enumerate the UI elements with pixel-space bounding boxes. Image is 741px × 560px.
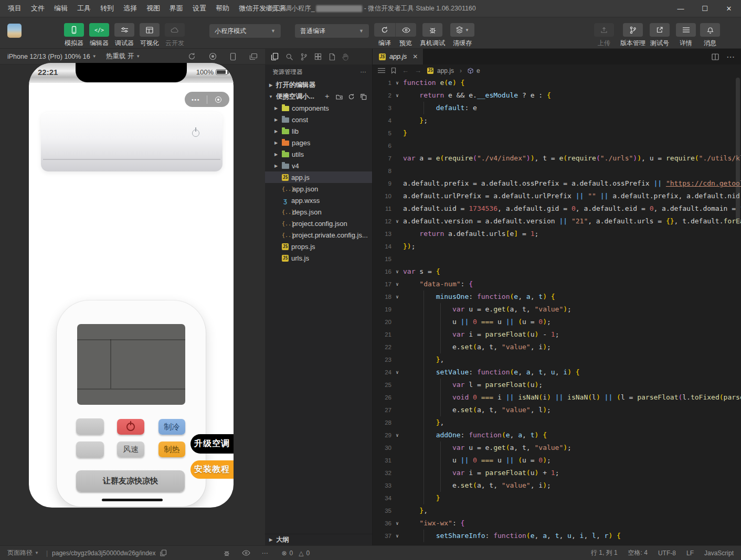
exit-target-icon[interactable] (207, 96, 229, 103)
code-line-21[interactable]: 21 var i = parseFloat(u) - 1; (373, 328, 741, 341)
fold-chevron-icon[interactable]: ∨ (391, 77, 403, 89)
tab-app-js[interactable]: JS app.js ✕ (373, 49, 424, 64)
code-line-22[interactable]: 22 e.set(a, t, "value", i); (373, 341, 741, 353)
remote-blank-button-1[interactable] (76, 418, 104, 435)
code-line-27[interactable]: 27 e.set(a, t, "value", l); (373, 404, 741, 416)
code-line-33[interactable]: 33 e.set(a, t, "value", i); (373, 479, 741, 492)
fold-chevron-icon[interactable]: ∨ (391, 89, 403, 102)
code-line-19[interactable]: 19 var u = e.get(a, t, "value"); (373, 303, 741, 316)
fold-chevron-icon[interactable]: ∨ (391, 215, 403, 228)
code-line-4[interactable]: 4 }; (373, 114, 741, 127)
folder-item-utils[interactable]: ▶utils (265, 148, 372, 160)
code-line-29[interactable]: 29∨ addOne: function(e, a, t) { (373, 429, 741, 441)
file-item-urls.js[interactable]: JSurls.js (265, 252, 372, 264)
code-line-5[interactable]: 5} (373, 127, 741, 139)
fold-chevron-icon[interactable]: ∨ (391, 429, 403, 441)
code-line-34[interactable]: 34 } (373, 492, 741, 504)
close-tab-icon[interactable]: ✕ (412, 53, 418, 60)
code-line-12[interactable]: 12∨a.default.version = a.default.version… (373, 215, 741, 228)
compile-button[interactable] (374, 23, 395, 37)
menu-item-3[interactable]: 工具 (72, 0, 96, 17)
record-icon[interactable] (209, 52, 217, 60)
more-dots-icon[interactable]: ••• (185, 96, 207, 103)
folder-item-const[interactable]: ▶const (265, 114, 372, 125)
indentation[interactable]: 空格: 4 (628, 548, 648, 557)
fold-chevron-icon[interactable]: ∨ (391, 278, 403, 290)
remote-cool-button[interactable]: 制冷 (158, 419, 185, 435)
page-path-label[interactable]: 页面路径 (7, 548, 33, 557)
code-line-31[interactable]: 31 u || 0 === u || (u = 0); (373, 454, 741, 467)
code-line-16[interactable]: 16∨var s = { (373, 265, 741, 278)
file-item-project.config.json[interactable]: {..}project.config.json (265, 218, 372, 229)
breadcrumb-symbol[interactable]: e (477, 67, 480, 74)
remote-fan-button[interactable]: 风速 (117, 441, 144, 457)
editor-toggle-button[interactable]: </> 编辑器 (87, 23, 111, 48)
hot-reload-toggle[interactable]: 热重载 开 (106, 52, 134, 61)
mode-select[interactable]: 小程序模式 ▼ (209, 24, 281, 38)
remote-heat-button[interactable]: 制热 (158, 441, 185, 457)
encoding[interactable]: UTF-8 (658, 550, 676, 557)
fold-chevron-icon[interactable]: ∨ (391, 530, 403, 542)
menu-item-2[interactable]: 编辑 (49, 0, 72, 17)
menu-item-4[interactable]: 转到 (96, 0, 119, 17)
remote-blank-button-2[interactable] (76, 441, 104, 458)
code-line-2[interactable]: 2∨ return e && e.__esModule ? e : { (373, 89, 741, 102)
page-path-value[interactable]: pages/cbygz9da3j50000dw26g/index (52, 550, 156, 557)
extensions-icon[interactable] (314, 53, 322, 61)
code-line-14[interactable]: 14}); (373, 240, 741, 253)
fold-chevron-icon[interactable]: ∨ (391, 290, 403, 303)
breadcrumb-file[interactable]: app.js (437, 67, 454, 74)
rotate-icon[interactable] (188, 52, 196, 60)
code-line-32[interactable]: 32 var i = parseFloat(u) + 1; (373, 467, 741, 479)
copy-path-icon[interactable] (160, 550, 166, 556)
debugger-toggle-button[interactable]: 调试器 (112, 23, 136, 48)
more-actions-icon[interactable]: ⋯ (361, 68, 367, 76)
outline-list-icon[interactable] (378, 68, 385, 73)
simulator-toggle-button[interactable]: 模拟器 (62, 23, 86, 48)
forward-arrow-icon[interactable]: → (415, 67, 421, 74)
code-line-1[interactable]: 1∨function e(e) { (373, 77, 741, 89)
close-button[interactable]: ✕ (717, 0, 741, 17)
debug-icon[interactable] (223, 550, 230, 557)
folder-item-components[interactable]: ▶components (265, 102, 372, 114)
problems-indicator[interactable]: ⊗ 0 △ 0 (282, 550, 310, 557)
cloud-dev-button[interactable]: 云开发 (163, 23, 187, 48)
preview-eye-icon[interactable] (242, 550, 250, 556)
back-arrow-icon[interactable]: ← (402, 67, 409, 74)
fold-chevron-icon[interactable]: ∨ (391, 265, 403, 278)
messages-button[interactable]: 消息 (698, 23, 722, 48)
file-item-app.js[interactable]: JSapp.js (265, 171, 372, 183)
file-item-project.private.config.js...[interactable]: {..}project.private.config.js... (265, 229, 372, 241)
folder-item-v4[interactable]: ▶v4 (265, 160, 372, 171)
install-tutorial-badge[interactable]: 安装教程 (190, 460, 234, 479)
menu-item-9[interactable]: 帮助 (211, 0, 234, 17)
menu-item-5[interactable]: 选择 (119, 0, 142, 17)
visualization-toggle-button[interactable]: 可视化 (137, 23, 162, 48)
folder-item-lib[interactable]: ▶lib (265, 125, 372, 137)
new-file-icon[interactable]: ＋ (323, 92, 331, 101)
multi-window-icon[interactable] (249, 53, 258, 60)
compile-mode-select[interactable]: 普通编译 ▼ (295, 24, 369, 38)
more-actions-icon[interactable]: ⋯ (262, 550, 268, 557)
folder-item-pages[interactable]: ▶pages (265, 137, 372, 148)
code-line-3[interactable]: 3 default: e (373, 102, 741, 114)
fold-chevron-icon[interactable]: ∨ (391, 517, 403, 530)
menu-item-6[interactable]: 视图 (142, 0, 165, 17)
device-select[interactable]: iPhone 12/13 (Pro) 100% 16 (7, 53, 90, 60)
more-actions-icon[interactable]: ⋯ (726, 52, 735, 62)
remote-power-button[interactable] (117, 419, 144, 435)
collapse-all-icon[interactable] (360, 93, 367, 100)
language-mode[interactable]: JavaScript (704, 550, 734, 557)
code-line-35[interactable]: 35 }, (373, 504, 741, 517)
version-control-button[interactable]: 版本管理 (620, 23, 645, 48)
code-line-18[interactable]: 18∨ minusOne: function(e, a, t) { (373, 290, 741, 303)
clear-cache-button[interactable]: ▼ 清缓存 (449, 23, 476, 48)
code-line-15[interactable]: 15 (373, 253, 741, 265)
preview-button[interactable] (395, 23, 416, 37)
refresh-icon[interactable] (348, 93, 355, 100)
search-icon[interactable] (285, 53, 293, 61)
cursor-position[interactable]: 行 1, 列 1 (591, 548, 618, 557)
code-line-24[interactable]: 24∨ setValue: function(e, a, t, u, i) { (373, 366, 741, 379)
editor-scrollbar[interactable] (736, 78, 740, 224)
device-frame-icon[interactable] (230, 52, 236, 61)
